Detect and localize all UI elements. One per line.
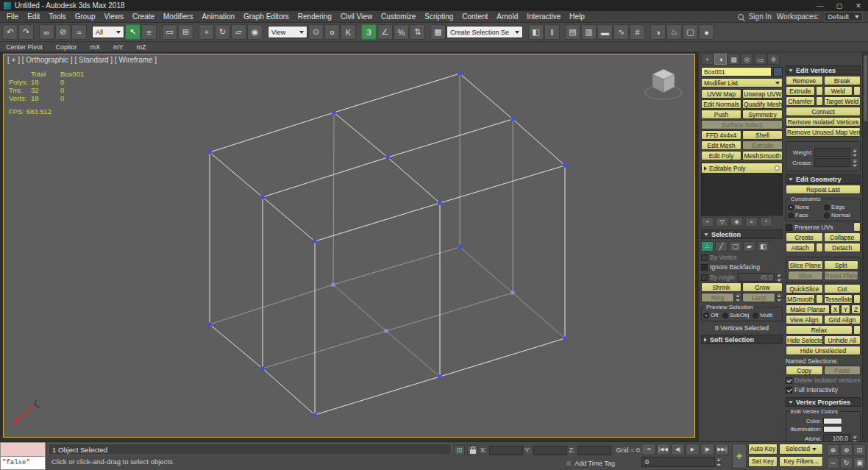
viewcube[interactable]	[643, 65, 684, 106]
vertex-mode-icon[interactable]: ∴	[701, 241, 714, 252]
toggle-ribbon-icon[interactable]: ▬	[597, 24, 613, 40]
current-frame-field[interactable]: 0	[641, 457, 715, 467]
modifier-set-button[interactable]: Surface Select	[701, 120, 783, 129]
menu-item[interactable]: Edit	[23, 13, 44, 21]
axis-x-button[interactable]: X	[830, 305, 840, 314]
unhide-all-button[interactable]: Unhide All	[824, 335, 861, 345]
menu-item[interactable]: Rendering	[294, 13, 336, 21]
preview-selection-radio[interactable]: Off	[703, 312, 719, 318]
x-coordinate-field[interactable]	[489, 446, 523, 455]
selection-filter-dropdown[interactable]: All	[92, 26, 124, 38]
break-button[interactable]: Break	[824, 76, 861, 85]
percent-snap-icon[interactable]: %	[394, 24, 409, 40]
menu-item[interactable]: Interactive	[522, 13, 565, 21]
alpha-field[interactable]: 100.0	[823, 434, 850, 441]
wireframe-box-geometry[interactable]	[4, 54, 695, 438]
extrude-settings-button[interactable]	[816, 86, 823, 96]
select-by-name-icon[interactable]: ≡	[141, 24, 157, 40]
select-and-link-icon[interactable]: ∞	[39, 24, 54, 40]
menu-item[interactable]: Create	[128, 13, 159, 21]
preview-selection-radio[interactable]: Multi	[753, 312, 772, 318]
slice-plane-button[interactable]: Slice Plane	[788, 260, 823, 270]
unlink-selection-icon[interactable]: ⊘	[55, 24, 71, 40]
previous-frame-icon[interactable]: ◀|	[671, 444, 685, 455]
bind-to-space-warp-icon[interactable]: ≈	[71, 24, 87, 40]
menu-item[interactable]: Animation	[198, 13, 239, 21]
tab-motion[interactable]: ◎	[741, 54, 753, 65]
curve-editor-icon[interactable]: ∿	[613, 24, 629, 40]
rectangular-selection-region-icon[interactable]: ▭	[162, 24, 177, 40]
soft-selection-rollout-header[interactable]: Soft Selection	[701, 335, 783, 344]
msmooth-settings-button[interactable]	[816, 294, 823, 304]
view-align-button[interactable]: View Align	[786, 315, 823, 324]
modifier-list-dropdown[interactable]: Modifier List	[701, 78, 783, 88]
configure-modifier-sets-icon[interactable]: *	[760, 217, 772, 227]
constraint-radio[interactable]: None	[788, 204, 822, 210]
chamfer-button[interactable]: Chamfer	[786, 96, 815, 106]
key-default-in-out-dropdown[interactable]: Selected	[779, 444, 823, 455]
modifier-set-button[interactable]: Extrude	[742, 140, 783, 150]
rendered-frame-window-icon[interactable]: ▢	[683, 24, 698, 40]
constraint-radio[interactable]: Edge	[824, 204, 858, 210]
zoom-all-icon[interactable]: ⊛	[840, 444, 853, 456]
isolate-selection-toggle-icon[interactable]: ⊡	[454, 445, 465, 455]
maximize-viewport-toggle-icon[interactable]: ▣	[853, 457, 866, 469]
relax-settings-button[interactable]	[853, 325, 861, 335]
center-pivot-button[interactable]: Center Pivot	[6, 43, 43, 51]
modifier-set-button[interactable]: Push	[701, 110, 741, 119]
mz-button[interactable]: mZ	[137, 43, 146, 51]
full-interactivity-checkbox[interactable]: Full Interactivity	[786, 385, 861, 394]
menu-item[interactable]: Arnold	[492, 13, 522, 21]
zoom-icon[interactable]: ⊕	[827, 444, 839, 456]
collapse-button[interactable]: Collapse	[824, 232, 861, 242]
zoom-extents-icon[interactable]: ⊡	[853, 444, 866, 456]
pan-view-icon[interactable]: ⇔	[827, 457, 839, 469]
remove-isolated-vertices-button[interactable]: Remove Isolated Vertices	[786, 117, 861, 127]
reference-coordinate-dropdown[interactable]: View	[268, 26, 307, 38]
remove-modifier-icon[interactable]: ×	[745, 217, 758, 227]
preserve-uvs-checkbox[interactable]: Preserve UVs	[786, 223, 833, 232]
align-icon[interactable]: ‖	[544, 24, 560, 40]
chamfer-settings-button[interactable]	[816, 96, 823, 106]
menu-item[interactable]: Group	[71, 13, 100, 21]
go-to-end-icon[interactable]: ▶▶|	[715, 444, 729, 455]
menu-item[interactable]: Tools	[44, 13, 70, 21]
by-angle-field[interactable]: 45.0	[738, 273, 775, 282]
key-filters-button[interactable]: Key Filters...	[779, 456, 823, 467]
expand-arrow-icon[interactable]	[704, 166, 707, 171]
window-crossing-icon[interactable]: ⊞	[178, 24, 193, 40]
selection-rollout-header[interactable]: Selection	[701, 229, 783, 239]
edit-geometry-rollout-header[interactable]: Edit Geometry	[786, 174, 861, 184]
mx-button[interactable]: mX	[90, 43, 101, 51]
ring-button[interactable]: Ring	[701, 293, 734, 302]
connect-button[interactable]: Connect	[786, 107, 861, 116]
edit-named-selection-sets-icon[interactable]: ▦	[430, 24, 446, 40]
paste-button[interactable]: Paste	[824, 366, 861, 375]
modifier-set-button[interactable]: Edit Poly	[701, 151, 741, 160]
modifier-set-button[interactable]: MeshSmooth	[742, 151, 783, 160]
key-mode-toggle-icon[interactable]: ⇥	[641, 444, 655, 455]
copitor-button[interactable]: Copitor	[56, 43, 77, 51]
attach-settings-button[interactable]	[816, 243, 823, 252]
next-frame-icon[interactable]: |▶	[700, 444, 714, 455]
target-weld-button[interactable]: Target Weld	[824, 96, 861, 106]
weld-settings-button[interactable]	[853, 86, 861, 96]
border-mode-icon[interactable]: ▢	[729, 241, 741, 252]
tab-utilities[interactable]: ※	[767, 54, 780, 65]
add-time-tag-button[interactable]: Add Time Tag	[574, 460, 615, 467]
tab-modify[interactable]: ◑	[714, 54, 727, 65]
visibility-bulb-icon[interactable]	[775, 165, 780, 171]
make-planar-button[interactable]: Make Planar	[786, 305, 830, 314]
weight-field[interactable]	[814, 148, 850, 157]
viewport-label[interactable]: [ + ] [ Orthographic ] [ Standard ] [ Wi…	[7, 56, 157, 64]
modifier-set-button[interactable]: Quadify Mesh	[742, 99, 783, 109]
msmooth-button[interactable]: MSmooth	[786, 294, 815, 304]
spinner-snap-icon[interactable]: ⇅	[410, 24, 425, 40]
panel-scrollbar[interactable]	[862, 52, 868, 441]
auto-key-button[interactable]: Auto Key	[748, 444, 778, 455]
copy-button[interactable]: Copy	[786, 366, 823, 375]
pin-stack-icon[interactable]: +	[701, 217, 714, 227]
select-and-rotate-icon[interactable]: ↻	[215, 24, 230, 40]
orthographic-viewport[interactable]: [ + ] [ Orthographic ] [ Standard ] [ Wi…	[3, 54, 695, 438]
element-mode-icon[interactable]: ◧	[757, 241, 769, 252]
